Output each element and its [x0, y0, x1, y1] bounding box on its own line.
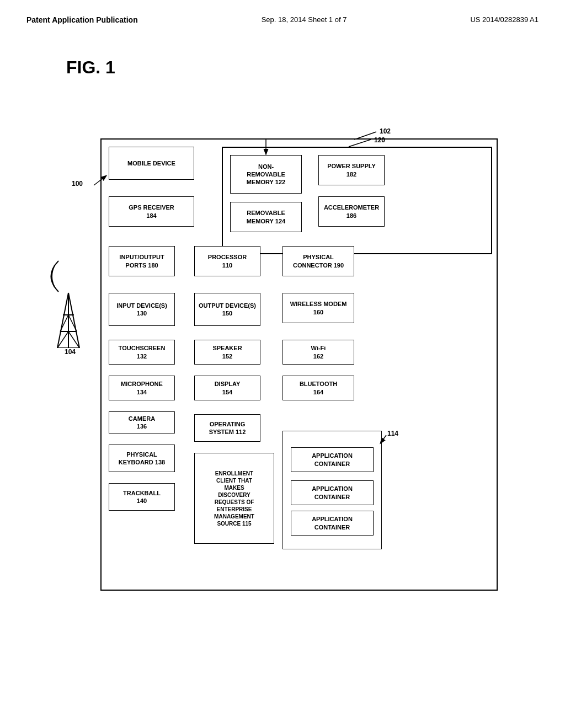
- diagram-area: 100 104 102 120 114 MOBILE DEVICE NON-: [34, 94, 531, 635]
- header-right: US 2014/0282839 A1: [470, 15, 539, 24]
- ref-104-label: 104: [65, 348, 76, 356]
- box-camera: CAMERA 136: [109, 411, 175, 433]
- ref-100-label: 100: [72, 180, 83, 188]
- box-mobile-device: MOBILE DEVICE: [109, 147, 194, 180]
- box-enrollment-client: ENROLLMENT CLIENT THAT MAKES DISCOVERY R…: [194, 453, 274, 544]
- box-display: DISPLAY 154: [194, 376, 260, 400]
- box-io-ports: INPUT/OUTPUT PORTS 180: [109, 246, 175, 276]
- box-microphone: MICROPHONE 134: [109, 376, 175, 400]
- box-processor: PROCESSOR 110: [194, 246, 260, 276]
- box-touchscreen: TOUCHSCREEN 132: [109, 340, 175, 365]
- page-header: Patent Application Publication Sep. 18, …: [0, 0, 565, 24]
- figure-title: FIG. 1: [0, 24, 565, 78]
- box-wifi: Wi-Fi 162: [282, 340, 354, 365]
- antenna-icon: [46, 249, 90, 348]
- box-wireless-modem: WIRELESS MODEM 160: [282, 293, 354, 323]
- box-non-removable-memory: NON- REMOVABLE MEMORY 122: [230, 155, 302, 194]
- svg-line-13: [68, 315, 77, 331]
- box-physical-keyboard: PHYSICAL KEYBOARD 138: [109, 445, 175, 472]
- header-center: Sep. 18, 2014 Sheet 1 of 7: [262, 15, 347, 24]
- box-power-supply: POWER SUPPLY 182: [318, 155, 385, 185]
- box-input-devices: INPUT DEVICE(S) 130: [109, 293, 175, 326]
- box-app-container-3: APPLICATION CONTAINER: [291, 511, 374, 536]
- svg-line-12: [60, 315, 68, 331]
- header-left: Patent Application Publication: [26, 15, 138, 24]
- box-gps-receiver: GPS RECEIVER 184: [109, 196, 194, 227]
- box-physical-connector: PHYSICAL CONNECTOR 190: [282, 246, 354, 276]
- box-output-devices: OUTPUT DEVICE(S) 150: [194, 293, 260, 326]
- box-accelerometer: ACCELEROMETER 186: [318, 196, 385, 227]
- ref-102-label: 102: [380, 127, 391, 135]
- box-app-container-1: APPLICATION CONTAINER: [291, 447, 374, 472]
- box-removable-memory: REMOVABLE MEMORY 124: [230, 202, 302, 232]
- box-trackball: TRACKBALL 140: [109, 483, 175, 511]
- box-operating-system: OPERATING SYSTEM 112: [194, 414, 260, 442]
- box-speaker: SPEAKER 152: [194, 340, 260, 365]
- box-app-container-2: APPLICATION CONTAINER: [291, 480, 374, 505]
- box-bluetooth: BLUETOOTH 164: [282, 376, 354, 400]
